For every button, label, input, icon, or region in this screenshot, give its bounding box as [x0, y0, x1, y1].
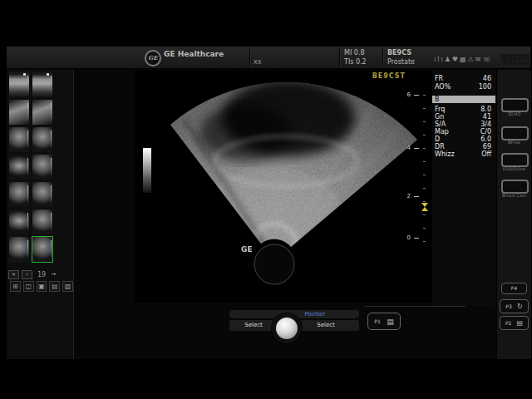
thumbnail[interactable]	[32, 100, 52, 125]
grid-layout-icon[interactable]: ⊞	[10, 281, 21, 292]
dr-value: 69	[483, 143, 491, 150]
ao-label: AO%	[435, 83, 451, 91]
depth-tick	[414, 148, 419, 149]
divider	[339, 48, 340, 66]
ge-logo-icon: GE	[145, 50, 161, 66]
thumbnail[interactable]	[32, 72, 52, 97]
sa-value: 3/4	[480, 121, 491, 128]
softkey-breastcare-label: Breast Care	[497, 193, 531, 198]
ge-probe-mark: GE	[241, 245, 253, 254]
grayscale-bar	[143, 148, 151, 193]
thumbnail[interactable]	[9, 209, 29, 234]
thumbnail-selected[interactable]	[32, 237, 52, 262]
frq-value: 8.0	[480, 106, 491, 113]
thumbnail[interactable]	[9, 100, 29, 125]
p2-button[interactable]: P2 ▤	[500, 316, 529, 330]
p2-label: P2	[505, 320, 511, 326]
probe-name: BE9CS	[387, 49, 411, 57]
softkey-breastcare-button[interactable]	[501, 180, 529, 194]
softkey-bflow-button[interactable]	[501, 126, 529, 140]
probe-orientation-label: BE9CST	[372, 72, 406, 80]
softkey-3d4d-button[interactable]	[501, 98, 529, 112]
thumbnail[interactable]	[32, 209, 52, 234]
title-bar: GE GE Healthcare xx MI 0.8 TIs 0.2 BE9CS…	[7, 47, 530, 69]
save-icon[interactable]: ▣	[37, 281, 47, 292]
softkey-logiqview-button[interactable]	[501, 153, 529, 167]
depth-ruler-dashes	[423, 95, 426, 243]
ultrasound-fan-image: GE	[135, 70, 432, 303]
status-icon-tray: ılı♟♥▦⚠✉☏	[434, 56, 499, 63]
menu-dots-handle[interactable]: . . . . . .	[500, 53, 530, 66]
depth-label: 4	[402, 145, 411, 151]
pointer-mode-label: Pointer	[304, 311, 325, 318]
f4-button[interactable]: F4	[501, 283, 527, 294]
softkey-logiqview-label: LOGIQView	[497, 166, 531, 171]
right-select-button[interactable]: Select	[293, 320, 359, 331]
parameter-panel: FR 46 AO% 100 B Frq 8.0 Gn 41 S/A 3/4 Ma…	[432, 70, 495, 306]
p1-button[interactable]: P1 ▤	[367, 313, 401, 330]
thumbnail[interactable]	[32, 127, 52, 152]
thumbnail[interactable]	[32, 155, 52, 180]
clipboard-panel: « ‹ 19 → ⊞ ◫ ▣ ▤ ▧	[7, 70, 73, 359]
map-value: C/0	[480, 128, 491, 135]
divider	[249, 48, 250, 66]
thumbnail-grid	[8, 71, 53, 263]
fr-value: 46	[483, 75, 491, 82]
scan-area[interactable]: GE BE9CST 6 4 2 0	[135, 70, 432, 303]
depth-tick	[414, 196, 419, 197]
thumbnail[interactable]	[9, 182, 29, 207]
depth-label: 0	[402, 234, 411, 241]
tis-value: TIs 0.2	[344, 58, 367, 66]
user-icon: ♟	[445, 56, 452, 63]
patient-field: xx	[254, 58, 261, 66]
mode-b-row[interactable]: B	[432, 96, 495, 103]
sa-label: S/A	[435, 121, 446, 128]
gn-value: 41	[483, 113, 491, 121]
thumbnail[interactable]	[9, 155, 29, 180]
ao-value: 100	[479, 83, 491, 91]
next-page-button[interactable]: →	[51, 271, 56, 278]
printer-icon: ▤	[516, 319, 523, 327]
thumbnail[interactable]	[32, 182, 52, 207]
transfer-icon[interactable]: ▧	[62, 281, 73, 292]
compare-icon[interactable]: ◫	[23, 281, 34, 292]
left-select-button[interactable]: Select	[229, 320, 278, 331]
brand-label: GE Healthcare	[164, 50, 224, 58]
clipboard-pager: « ‹ 19 →	[8, 269, 71, 279]
softkey-3d4d-label: 3D/4D	[497, 111, 531, 116]
trackball[interactable]	[276, 318, 298, 339]
p3-button[interactable]: P3 ↻	[500, 299, 529, 313]
print-store-icon: ▤	[387, 318, 394, 326]
depth-tick	[414, 95, 419, 96]
thumbnail[interactable]	[9, 237, 29, 262]
focus-marker-icon	[421, 207, 428, 211]
depth-tick	[414, 238, 419, 239]
gn-label: Gn	[435, 113, 444, 121]
dr-label: DR	[435, 143, 445, 150]
signal-icon: ılı	[434, 56, 445, 63]
ultrasound-screen: GE GE Healthcare xx MI 0.8 TIs 0.2 BE9CS…	[7, 47, 530, 359]
clipboard-toolbar: ⊞ ◫ ▣ ▤ ▧	[10, 281, 73, 292]
thumbnail[interactable]	[9, 72, 29, 97]
refresh-icon: ↻	[517, 303, 523, 310]
thumbnail[interactable]	[9, 127, 29, 152]
panel-divider	[73, 70, 74, 359]
depth-param-label: D	[435, 135, 440, 143]
prev-page-button[interactable]: ‹	[22, 270, 32, 279]
whizz-label: Whizz	[435, 150, 455, 158]
fr-label: FR	[435, 75, 443, 82]
alert-icon: ⚠	[468, 56, 475, 63]
map-label: Map	[435, 128, 449, 135]
page-number: 19	[37, 271, 46, 278]
whizz-value: Off	[481, 150, 491, 158]
depth-label: 2	[402, 193, 411, 200]
first-page-button[interactable]: «	[8, 270, 19, 279]
print-icon[interactable]: ▤	[49, 281, 60, 292]
divider	[382, 48, 383, 66]
mi-value: MI 0.8	[344, 49, 365, 57]
soft-key-column: 3D/4D BFlow LOGIQView Breast Care F4 P3 …	[496, 70, 531, 359]
phone-icon: ☏	[482, 56, 492, 63]
heart-icon: ♥	[452, 56, 460, 63]
softkey-bflow-label: BFlow	[497, 140, 531, 145]
depth-label: 6	[402, 91, 411, 98]
